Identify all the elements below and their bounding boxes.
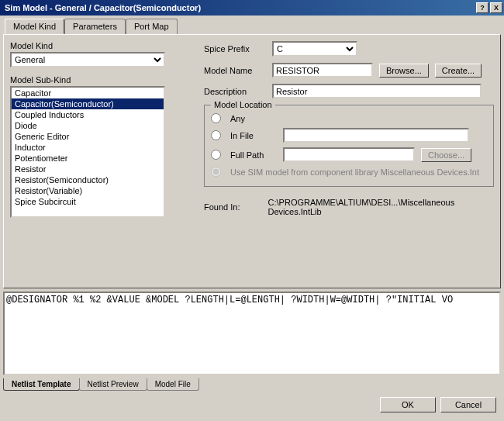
radio-use-lib: [211, 167, 221, 177]
model-kind-select[interactable]: General: [10, 52, 165, 67]
radio-full-path-label: Full Path: [230, 150, 277, 160]
model-location-group: Model Location Any In File Full Path Cho…: [204, 105, 494, 187]
radio-any-label: Any: [230, 114, 277, 123]
browse-button[interactable]: Browse...: [379, 64, 429, 78]
radio-full-path[interactable]: [211, 150, 221, 160]
help-button[interactable]: ?: [476, 2, 488, 13]
model-subkind-label: Model Sub-Kind: [10, 75, 188, 85]
create-button[interactable]: Create...: [435, 64, 482, 78]
found-in-label: Found In:: [204, 202, 262, 212]
cancel-button[interactable]: Cancel: [440, 397, 496, 412]
tab-netlist-template[interactable]: Netlist Template: [3, 378, 80, 391]
titlebar: Sim Model - General / Capacitor(Semicond…: [0, 0, 504, 16]
model-name-label: Model Name: [204, 66, 266, 75]
radio-use-lib-label: Use SIM model from component library Mis…: [230, 167, 479, 177]
list-item[interactable]: Generic Editor: [12, 131, 164, 142]
radio-in-file[interactable]: [211, 130, 221, 140]
list-item[interactable]: Resistor(Semiconductor): [12, 174, 164, 185]
list-item[interactable]: Diode: [12, 120, 164, 131]
radio-in-file-label: In File: [230, 131, 277, 140]
found-in-value: C:\PROGRAMME\ALTIUM\DESI...\Miscellaneou…: [268, 198, 494, 216]
spice-prefix-select[interactable]: C: [272, 41, 357, 57]
choose-button: Choose...: [421, 148, 471, 162]
model-location-title: Model Location: [211, 100, 275, 109]
list-item[interactable]: Spice Subcircuit: [12, 196, 164, 207]
bottom-tab-bar: Netlist Template Netlist Preview Model F…: [3, 378, 501, 391]
model-name-input[interactable]: [272, 63, 373, 78]
list-item[interactable]: Capacitor: [12, 88, 164, 98]
window-title: Sim Model - General / Capacitor(Semicond…: [2, 3, 475, 12]
tab-parameters[interactable]: Parameters: [64, 19, 126, 34]
description-label: Description: [204, 87, 266, 96]
ok-button[interactable]: OK: [380, 397, 436, 412]
description-input[interactable]: [272, 84, 482, 98]
close-button[interactable]: X: [490, 2, 502, 13]
top-tab-bar: Model Kind Parameters Port Map: [5, 19, 501, 34]
in-file-input[interactable]: [283, 128, 469, 143]
dialog-button-bar: OK Cancel: [0, 391, 504, 419]
radio-any[interactable]: [211, 113, 221, 123]
list-item[interactable]: Potentiometer: [12, 153, 164, 164]
tab-netlist-preview[interactable]: Netlist Preview: [79, 378, 147, 391]
netlist-template-editor[interactable]: @DESIGNATOR %1 %2 &VALUE &MODEL ?LENGTH|…: [3, 292, 501, 375]
list-item[interactable]: Capacitor(Semiconductor): [12, 98, 164, 109]
spice-prefix-label: Spice Prefix: [204, 44, 266, 53]
main-panel: Model Kind General Model Sub-Kind Capaci…: [3, 34, 501, 288]
list-item[interactable]: Resistor(Variable): [12, 185, 164, 196]
list-item[interactable]: Resistor: [12, 164, 164, 174]
model-kind-label: Model Kind: [10, 41, 188, 50]
list-item[interactable]: Coupled Inductors: [12, 109, 164, 120]
tab-model-kind[interactable]: Model Kind: [5, 19, 64, 34]
full-path-input[interactable]: [283, 147, 415, 162]
tab-model-file[interactable]: Model File: [147, 378, 199, 391]
list-item[interactable]: Inductor: [12, 142, 164, 153]
tab-port-map[interactable]: Port Map: [126, 19, 178, 34]
model-subkind-list[interactable]: Capacitor Capacitor(Semiconductor) Coupl…: [10, 86, 165, 218]
